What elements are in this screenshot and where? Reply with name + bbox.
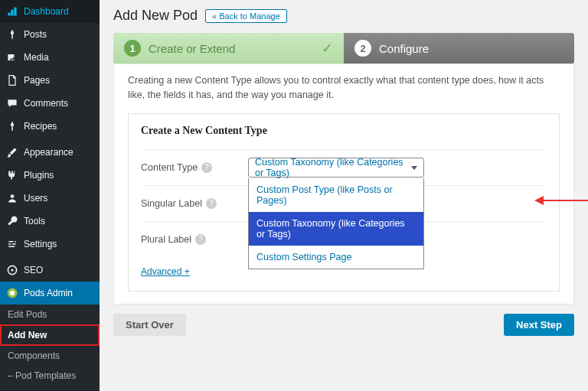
intro-text: Creating a new Content Type allows you t… bbox=[128, 73, 560, 103]
dropdown-option[interactable]: Custom Taxonomy (like Categories or Tags… bbox=[249, 212, 423, 246]
check-icon: ✓ bbox=[322, 40, 333, 57]
create-content-type-form: Create a New Content Type Content Type ?… bbox=[128, 113, 560, 292]
pods-icon bbox=[6, 287, 18, 299]
dashboard-icon bbox=[6, 5, 18, 18]
sidebar-item-pages[interactable]: Pages bbox=[0, 69, 100, 92]
content-type-label: Content Type ? bbox=[141, 162, 248, 173]
sidebar-item-tools[interactable]: Tools bbox=[0, 210, 100, 233]
dropdown-option[interactable]: Custom Post Type (like Posts or Pages) bbox=[249, 178, 423, 212]
content-type-dropdown: Custom Post Type (like Posts or Pages)Cu… bbox=[248, 178, 424, 269]
page-title: Add New Pod bbox=[113, 8, 198, 24]
page-icon bbox=[6, 74, 18, 86]
sidebar-item-comments[interactable]: Comments bbox=[0, 92, 100, 115]
seo-icon bbox=[6, 264, 18, 276]
next-step-button[interactable]: Next Step bbox=[504, 314, 574, 336]
sidebar-item-dashboard[interactable]: Dashboard bbox=[0, 0, 100, 23]
wizard-step-create[interactable]: 1 Create or Extend ✓ bbox=[113, 33, 344, 64]
sidebar-item-settings[interactable]: Settings bbox=[0, 233, 100, 256]
media-icon bbox=[6, 51, 18, 64]
sidebar-sub-components[interactable]: Components bbox=[0, 346, 100, 366]
sidebar-item-users[interactable]: Users bbox=[0, 187, 100, 210]
sidebar-item-media[interactable]: Media bbox=[0, 46, 100, 69]
panel: Creating a new Content Type allows you t… bbox=[113, 64, 574, 305]
sidebar-sub-settings[interactable]: Settings bbox=[0, 386, 100, 391]
brush-icon bbox=[6, 146, 18, 158]
wrench-icon bbox=[6, 215, 18, 227]
wizard-steps: 1 Create or Extend ✓ 2 Configure bbox=[113, 33, 574, 64]
pin-icon bbox=[6, 28, 18, 41]
help-icon[interactable]: ? bbox=[195, 234, 206, 245]
sidebar-sub-add-new[interactable]: Add New bbox=[0, 324, 100, 346]
comment-icon bbox=[6, 97, 18, 109]
sidebar-item-plugins[interactable]: Plugins bbox=[0, 164, 100, 187]
svg-point-2 bbox=[11, 269, 13, 271]
sidebar-sub--pod-templates[interactable]: – Pod Templates bbox=[0, 366, 100, 386]
main-content: Add New Pod « Back to Manage 1 Create or… bbox=[100, 0, 588, 391]
step-number-1: 1 bbox=[124, 40, 141, 57]
sidebar-item-appearance[interactable]: Appearance bbox=[0, 141, 100, 164]
sidebar-item-recipes[interactable]: Recipes bbox=[0, 115, 100, 138]
start-over-button[interactable]: Start Over bbox=[113, 314, 186, 336]
help-icon[interactable]: ? bbox=[201, 162, 212, 173]
pin-icon bbox=[6, 120, 18, 132]
form-title: Create a New Content Type bbox=[141, 125, 547, 137]
svg-point-0 bbox=[11, 194, 15, 198]
wizard-step-configure[interactable]: 2 Configure bbox=[344, 33, 574, 64]
admin-sidebar: DashboardPostsMediaPagesCommentsRecipes … bbox=[0, 0, 100, 391]
back-to-manage-button[interactable]: « Back to Manage bbox=[205, 9, 287, 23]
sidebar-item-pods-admin[interactable]: Pods Admin bbox=[0, 282, 100, 305]
content-type-select[interactable]: Custom Taxonomy (like Categories or Tags… bbox=[248, 158, 424, 178]
users-icon bbox=[6, 192, 18, 204]
singular-label-label: Singular Label ? bbox=[141, 198, 248, 209]
sidebar-sub-edit-pods[interactable]: Edit Pods bbox=[0, 305, 100, 324]
plug-icon bbox=[6, 169, 18, 181]
sidebar-item-posts[interactable]: Posts bbox=[0, 23, 100, 46]
help-icon[interactable]: ? bbox=[206, 198, 217, 209]
settings-icon bbox=[6, 238, 18, 250]
plural-label-label: Plural Label ? bbox=[141, 234, 248, 245]
annotation-arrow bbox=[542, 200, 588, 201]
sidebar-item-seo[interactable]: SEO bbox=[0, 259, 100, 282]
svg-point-4 bbox=[10, 291, 15, 295]
dropdown-option[interactable]: Custom Settings Page bbox=[249, 246, 423, 269]
step-number-2: 2 bbox=[354, 40, 371, 57]
